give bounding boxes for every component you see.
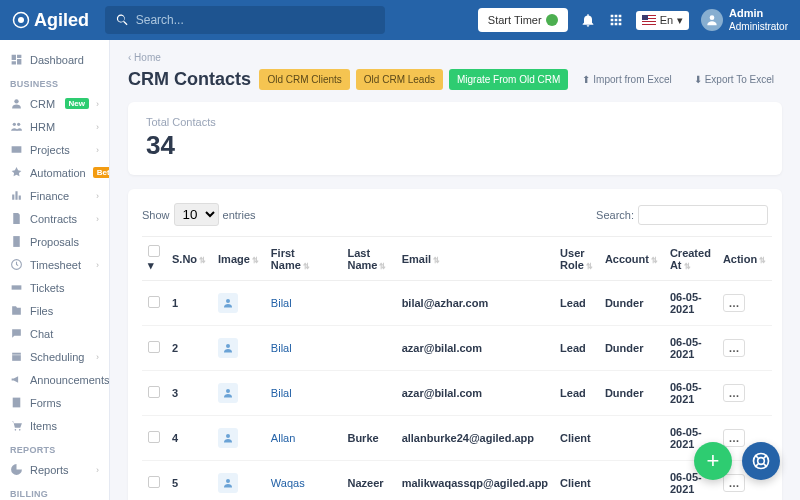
notification-icon[interactable]	[580, 12, 596, 28]
cell-sno: 1	[166, 281, 212, 326]
brand-logo[interactable]: Agiled	[12, 10, 89, 31]
col-first[interactable]: First Name⇅	[265, 237, 342, 281]
search-input[interactable]	[136, 13, 375, 27]
cell-sno: 5	[166, 461, 212, 501]
table-row[interactable]: 3Bilalazar@bilal.comLeadDunder06-05-2021…	[142, 371, 772, 416]
table-row[interactable]: 1Bilalbilal@azhar.comLeadDunder06-05-202…	[142, 281, 772, 326]
sidebar-item-crm[interactable]: CRMNew›	[0, 92, 109, 115]
logo-icon	[12, 11, 30, 29]
cell-email: azar@bilal.com	[396, 326, 554, 371]
person-icon	[10, 97, 23, 110]
col-action[interactable]: Action⇅	[717, 237, 772, 281]
import-excel-button[interactable]: ⬆Import from Excel	[574, 69, 679, 90]
cell-account: Dunder	[599, 326, 664, 371]
user-role: Administrator	[729, 21, 788, 33]
pie-icon	[10, 463, 23, 476]
sidebar-item-items[interactable]: Items	[0, 414, 109, 437]
col-sno[interactable]: S.No⇅	[166, 237, 212, 281]
files-icon	[10, 304, 23, 317]
start-timer-button[interactable]: Start Timer	[478, 8, 568, 32]
user-menu[interactable]: Admin Administrator	[701, 7, 788, 32]
chat-icon	[10, 327, 23, 340]
col-role[interactable]: User Role⇅	[554, 237, 599, 281]
row-action-button[interactable]: …	[723, 294, 745, 312]
cell-email: malikwaqassqp@agiled.app	[396, 461, 554, 501]
row-checkbox[interactable]	[148, 431, 160, 443]
svg-point-10	[226, 344, 230, 348]
plus-icon: +	[707, 448, 720, 474]
old-crm-clients-button[interactable]: Old CRM Clients	[259, 69, 349, 90]
svg-point-13	[226, 479, 230, 483]
language-picker[interactable]: En ▾	[636, 11, 689, 30]
flag-us-icon	[642, 15, 656, 25]
row-checkbox[interactable]	[148, 476, 160, 488]
row-checkbox[interactable]	[148, 386, 160, 398]
sidebar-item-hrm[interactable]: HRM›	[0, 115, 109, 138]
apps-icon[interactable]	[608, 12, 624, 28]
people-icon	[10, 120, 23, 133]
avatar-icon	[218, 428, 238, 448]
avatar-icon	[218, 383, 238, 403]
row-checkbox[interactable]	[148, 341, 160, 353]
sidebar-item-dashboard[interactable]: Dashboard	[0, 48, 109, 71]
clock-icon	[10, 258, 23, 271]
sidebar-item-chat[interactable]: Chat	[0, 322, 109, 345]
sidebar-item-files[interactable]: Files	[0, 299, 109, 322]
cell-last-name: Nazeer	[341, 461, 395, 501]
cell-email: allanburke24@agiled.app	[396, 416, 554, 461]
page-size-select[interactable]: 10	[174, 203, 219, 226]
col-email[interactable]: Email⇅	[396, 237, 554, 281]
row-action-button[interactable]: …	[723, 384, 745, 402]
old-crm-leads-button[interactable]: Old CRM Leads	[356, 69, 443, 90]
table-row[interactable]: 4AllanBurkeallanburke24@agiled.appClient…	[142, 416, 772, 461]
table-row[interactable]: 2Bilalazar@bilal.comLeadDunder06-05-2021…	[142, 326, 772, 371]
sidebar-item-timesheet[interactable]: Timesheet›	[0, 253, 109, 276]
avatar-icon	[218, 293, 238, 313]
global-search[interactable]	[105, 6, 385, 34]
cell-role: Client	[554, 461, 599, 501]
table-search-input[interactable]	[638, 205, 768, 225]
add-fab-button[interactable]: +	[694, 442, 732, 480]
sidebar-item-scheduling[interactable]: Scheduling›	[0, 345, 109, 368]
help-fab-button[interactable]	[742, 442, 780, 480]
brand-name: Agiled	[34, 10, 89, 31]
cell-email: bilal@azhar.com	[396, 281, 554, 326]
sidebar-item-announcements[interactable]: Announcements	[0, 368, 109, 391]
cell-sno: 4	[166, 416, 212, 461]
cell-first-name[interactable]: Waqas	[265, 461, 342, 501]
cell-first-name[interactable]: Bilal	[265, 281, 342, 326]
user-name: Admin	[729, 7, 788, 20]
col-last[interactable]: Last Name⇅	[341, 237, 395, 281]
sidebar-item-proposals[interactable]: Proposals	[0, 230, 109, 253]
new-badge: New	[65, 98, 89, 109]
col-image[interactable]: Image⇅	[212, 237, 265, 281]
avatar-icon	[218, 473, 238, 493]
row-action-button[interactable]: …	[723, 339, 745, 357]
col-account[interactable]: Account⇅	[599, 237, 664, 281]
contacts-table-card: Show 10 entries Search: ▾ S.No⇅ Image⇅ F…	[128, 189, 782, 500]
col-checkbox[interactable]: ▾	[142, 237, 166, 281]
export-excel-button[interactable]: ⬇Export To Excel	[686, 69, 782, 90]
breadcrumb[interactable]: ‹ Home	[128, 52, 782, 63]
sidebar-item-reports[interactable]: Reports›	[0, 458, 109, 481]
sidebar-item-forms[interactable]: Forms	[0, 391, 109, 414]
calendar-icon	[10, 350, 23, 363]
home-icon	[10, 53, 23, 66]
row-checkbox[interactable]	[148, 296, 160, 308]
sidebar-item-projects[interactable]: Projects›	[0, 138, 109, 161]
cell-first-name[interactable]: Allan	[265, 416, 342, 461]
sidebar-item-contracts[interactable]: Contracts›	[0, 207, 109, 230]
cell-account: Dunder	[599, 371, 664, 416]
svg-point-11	[226, 389, 230, 393]
sidebar-item-tickets[interactable]: Tickets	[0, 276, 109, 299]
cell-first-name[interactable]: Bilal	[265, 326, 342, 371]
col-created[interactable]: Created At⇅	[664, 237, 717, 281]
cell-first-name[interactable]: Bilal	[265, 371, 342, 416]
sidebar-item-finance[interactable]: Finance›	[0, 184, 109, 207]
migrate-button[interactable]: Migrate From Old CRM	[449, 69, 568, 90]
chevron-down-icon: ▾	[677, 14, 683, 27]
sidebar-item-automation[interactable]: AutomationBeta›	[0, 161, 109, 184]
cell-role: Lead	[554, 326, 599, 371]
table-row[interactable]: 5WaqasNazeermalikwaqassqp@agiled.appClie…	[142, 461, 772, 501]
language-label: En	[660, 14, 673, 26]
